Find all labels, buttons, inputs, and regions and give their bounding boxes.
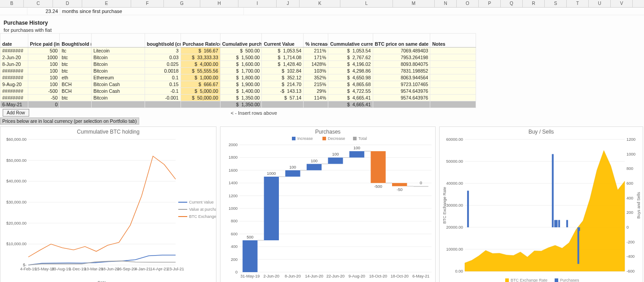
svg-text:2000: 2000 xyxy=(229,143,238,147)
svg-text:1200: 1200 xyxy=(229,194,238,198)
svg-text:26-Sep-20: 26-Sep-20 xyxy=(117,267,136,271)
svg-rect-74 xyxy=(349,151,364,157)
svg-text:6-May-21: 6-May-21 xyxy=(412,274,429,278)
col-header[interactable] xyxy=(91,34,145,48)
chart-holding: Cummulative BTC holding $-$10,000.00$20,… xyxy=(0,126,216,282)
col-header-K[interactable]: K xyxy=(300,0,340,7)
table-row[interactable]: ########-500BCHBitcoin Cash-0.1$ 5,000.0… xyxy=(0,88,476,95)
col-header[interactable]: Bought/sold (insert ticker xyxy=(60,34,92,48)
svg-text:18-Oct-20: 18-Oct-20 xyxy=(369,274,387,278)
col-header-L[interactable]: L xyxy=(340,0,393,7)
svg-text:18-Jun-20: 18-Jun-20 xyxy=(101,267,119,271)
svg-rect-83 xyxy=(414,186,428,187)
svg-text:Total: Total xyxy=(358,136,367,141)
col-header-P[interactable]: P xyxy=(479,0,501,7)
col-header-T[interactable]: T xyxy=(567,0,589,7)
table-row[interactable]: ########500ltcLitecoin3$ 166.67$ 500.00$… xyxy=(0,48,476,54)
col-header[interactable]: Current Value xyxy=(262,34,304,48)
svg-rect-68 xyxy=(307,164,322,170)
svg-text:Date: Date xyxy=(97,280,106,282)
col-header[interactable]: Cumulative purchase value xyxy=(220,34,262,48)
svg-text:30000.00: 30000.00 xyxy=(446,203,463,208)
months-value[interactable]: 23.24 xyxy=(27,8,60,15)
col-header-V[interactable]: V xyxy=(611,0,633,7)
svg-text:-200: -200 xyxy=(626,240,635,244)
svg-text:0: 0 xyxy=(420,181,422,185)
col-header[interactable]: date xyxy=(0,34,28,48)
col-header[interactable]: Notes xyxy=(430,34,476,48)
col-header-D[interactable]: D xyxy=(53,0,82,7)
svg-text:0.00: 0.00 xyxy=(455,269,463,273)
svg-rect-125 xyxy=(558,220,560,227)
col-header-J[interactable]: J xyxy=(277,0,300,7)
section-title: Purchase History xyxy=(0,19,644,27)
table-row[interactable]: ########100ethEthereum0.1$ 1,000.00$ 1,8… xyxy=(0,74,476,81)
table-row[interactable]: 8-Jun-20100btcBitcoin0.025$ 4,000.00$ 1,… xyxy=(0,61,476,68)
col-header-I[interactable]: I xyxy=(238,0,277,7)
purchase-table[interactable]: datePrice paid (inBought/sold (insert ti… xyxy=(0,33,476,108)
col-header-F[interactable]: F xyxy=(131,0,164,7)
col-header[interactable]: BTC price on same date (MID) xyxy=(373,34,430,48)
col-header[interactable]: Cummulative current value xyxy=(328,34,373,48)
svg-text:1000: 1000 xyxy=(267,171,276,176)
table-row[interactable]: ########100btcBitcoin0.0018$ 55,555.56$ … xyxy=(0,68,476,74)
svg-rect-128 xyxy=(578,227,580,231)
svg-text:100: 100 xyxy=(353,146,360,150)
col-header-M[interactable]: M xyxy=(393,0,435,7)
svg-text:100: 100 xyxy=(289,165,296,169)
totals-row[interactable]: 6-May-210$ 1,350.00$ 4,665.41 xyxy=(0,101,476,108)
svg-rect-121 xyxy=(467,191,469,227)
svg-text:-500: -500 xyxy=(374,184,382,189)
col-header[interactable]: bought/sold (crypto) xyxy=(145,34,181,48)
section-subtitle: for purchases with fiat xyxy=(0,27,644,33)
table-row[interactable]: ########-50btcBitcoin-0.001$ 50,000.00$ … xyxy=(0,95,476,101)
col-header-E[interactable]: E xyxy=(82,0,131,7)
svg-text:400: 400 xyxy=(231,244,238,249)
svg-text:31-May-19: 31-May-19 xyxy=(240,274,260,278)
svg-text:$40,000.00: $40,000.00 xyxy=(6,179,26,183)
svg-text:-600: -600 xyxy=(626,269,635,273)
svg-text:20000.00: 20000.00 xyxy=(446,225,463,230)
svg-text:-50: -50 xyxy=(397,187,402,192)
col-header-R[interactable]: R xyxy=(523,0,545,7)
svg-text:-400: -400 xyxy=(626,254,635,259)
svg-text:$10,000.00: $10,000.00 xyxy=(6,242,26,246)
col-header-S[interactable]: S xyxy=(545,0,567,7)
col-header-G[interactable]: G xyxy=(164,0,200,7)
col-header[interactable]: % increase xyxy=(304,34,328,48)
svg-text:0: 0 xyxy=(626,225,629,230)
chart-holding-title: Cummulative BTC holding xyxy=(0,127,216,135)
add-row-button[interactable]: Add Row xyxy=(3,109,29,117)
col-header[interactable]: Price paid (in xyxy=(28,34,60,48)
svg-text:600: 600 xyxy=(231,232,238,236)
svg-text:4-Feb-19: 4-Feb-19 xyxy=(20,267,37,271)
col-header-H[interactable]: H xyxy=(200,0,238,7)
svg-text:100: 100 xyxy=(332,152,339,156)
table-row[interactable]: 2-Jun-201000btcBitcoin0.03$ 33,333.33$ 1… xyxy=(0,54,476,61)
svg-text:500: 500 xyxy=(247,235,253,239)
svg-text:200: 200 xyxy=(626,210,633,215)
svg-text:200: 200 xyxy=(231,257,238,262)
col-header[interactable]: Purchase Rate/coin xyxy=(181,34,220,48)
col-header-Q[interactable]: Q xyxy=(501,0,523,7)
svg-rect-59 xyxy=(243,240,257,272)
column-ruler: BCDEFGHIJKLMNOPQRSTUV xyxy=(0,0,644,8)
svg-text:$20,000.00: $20,000.00 xyxy=(6,221,26,226)
table-row[interactable]: 9-Aug-20100BCHBitcoin Cash0.15$ 666.67$ … xyxy=(0,81,476,88)
svg-text:800: 800 xyxy=(626,166,633,171)
svg-rect-126 xyxy=(566,220,568,227)
svg-rect-122 xyxy=(552,154,554,227)
svg-text:2-Jun-20: 2-Jun-20 xyxy=(264,274,280,278)
col-header-N[interactable]: N xyxy=(435,0,457,7)
svg-text:0: 0 xyxy=(235,270,238,274)
svg-rect-35 xyxy=(353,137,357,140)
svg-text:22-Jun-20: 22-Jun-20 xyxy=(326,274,345,278)
svg-rect-124 xyxy=(556,220,558,227)
months-label: months since first purchase xyxy=(60,8,244,15)
col-header-B[interactable]: B xyxy=(0,0,24,7)
svg-text:1000: 1000 xyxy=(626,152,635,156)
col-header-U[interactable]: U xyxy=(589,0,611,7)
col-header-O[interactable]: O xyxy=(457,0,479,7)
col-header-C[interactable]: C xyxy=(24,0,53,7)
svg-marker-120 xyxy=(465,151,625,272)
